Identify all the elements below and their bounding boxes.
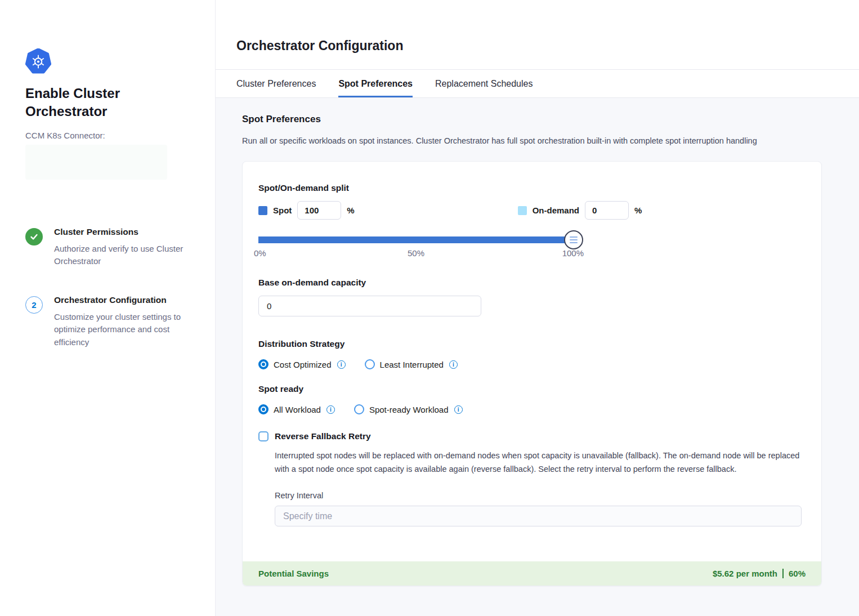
split-slider: 0% 50% 100% [258, 236, 574, 258]
split-label: Spot/On-demand split [258, 183, 806, 193]
radio-unselected-icon[interactable] [365, 359, 375, 369]
retry-interval-label: Retry Interval [275, 491, 806, 500]
radio-selected-icon[interactable] [258, 359, 269, 369]
base-capacity-block: Base on-demand capacity [258, 278, 806, 316]
base-capacity-input[interactable] [258, 296, 481, 316]
wizard-title: Enable Cluster Orchestrator [25, 84, 155, 120]
tab-replacement-schedules[interactable]: Replacement Schedules [435, 70, 533, 97]
tick-100: 100% [562, 248, 584, 258]
info-icon[interactable]: i [449, 360, 458, 369]
radio-option-least-interrupted[interactable]: Least Interrupted i [365, 359, 458, 369]
step-description: Authorize and verify to use Cluster Orch… [54, 243, 186, 268]
slider-fill [258, 236, 574, 243]
retry-interval-block: Retry Interval [275, 491, 806, 526]
tick-50: 50% [408, 248, 424, 258]
ondemand-percent-input[interactable] [585, 201, 629, 220]
tab-spot-preferences[interactable]: Spot Preferences [338, 70, 413, 97]
slider-track[interactable] [258, 236, 574, 243]
spot-percent-input[interactable] [297, 201, 341, 220]
spot-label: Spot [273, 206, 292, 215]
ondemand-color-swatch [518, 206, 527, 215]
page-header: Orchestrator Configuration [216, 0, 859, 70]
radio-selected-icon[interactable] [258, 404, 269, 414]
reverse-fallback-checkbox[interactable] [258, 431, 269, 441]
savings-amount: $5.62 per month [713, 569, 777, 578]
page-title: Orchestrator Configuration [236, 38, 859, 53]
spot-ready-block: Spot ready All Workload i Spot-ready Wor… [258, 384, 806, 414]
tab-content: Spot Preferences Run all or specific wor… [216, 98, 859, 616]
tab-bar: Cluster Preferences Spot Preferences Rep… [216, 70, 859, 98]
ondemand-percent-unit: % [634, 206, 642, 215]
sidebar: Enable Cluster Orchestrator CCM K8s Conn… [0, 0, 216, 616]
cluster-orchestrator-page: Enable Cluster Orchestrator CCM K8s Conn… [0, 0, 859, 616]
section-description: Run all or specific workloads on spot in… [242, 136, 839, 145]
distribution-strategy-label: Distribution Strategy [258, 339, 806, 349]
ondemand-split-group: On-demand % [518, 201, 642, 220]
tick-0: 0% [254, 248, 266, 258]
savings-percent: 60% [789, 569, 806, 578]
split-controls: Spot % On-demand % [258, 201, 806, 220]
connector-label: CCM K8s Connector: [25, 131, 193, 140]
main-panel: Orchestrator Configuration Cluster Prefe… [216, 0, 859, 616]
potential-savings-label: Potential Savings [258, 569, 329, 578]
retry-interval-input[interactable] [275, 506, 802, 526]
step-orchestrator-configuration[interactable]: 2 Orchestrator Configuration Customize y… [25, 295, 193, 349]
distribution-strategy-block: Distribution Strategy Cost Optimized i L… [258, 339, 806, 369]
potential-savings-bar: Potential Savings $5.62 per month 60% [243, 561, 821, 586]
reverse-fallback-description: Interrupted spot nodes will be replaced … [275, 449, 801, 476]
step-number-icon: 2 [25, 296, 43, 314]
step-cluster-permissions[interactable]: Cluster Permissions Authorize and verify… [25, 227, 193, 268]
reverse-fallback-block: Reverse Fallback Retry Interrupted spot … [258, 431, 806, 526]
reverse-fallback-label: Reverse Fallback Retry [275, 431, 371, 441]
wizard-steps: Cluster Permissions Authorize and verify… [25, 227, 193, 349]
info-icon[interactable]: i [454, 405, 463, 414]
slider-handle[interactable] [564, 230, 583, 249]
spot-ready-label: Spot ready [258, 384, 806, 394]
base-capacity-label: Base on-demand capacity [258, 278, 806, 288]
connector-value-placeholder [25, 145, 167, 180]
radio-option-spot-ready-workload[interactable]: Spot-ready Workload i [354, 404, 463, 414]
step-title: Cluster Permissions [54, 227, 186, 237]
step-title: Orchestrator Configuration [54, 295, 186, 305]
info-icon[interactable]: i [337, 360, 346, 369]
section-title: Spot Preferences [242, 114, 859, 125]
spot-split-group: Spot % [258, 201, 355, 220]
radio-option-cost-optimized[interactable]: Cost Optimized i [258, 359, 346, 369]
kubernetes-icon [25, 48, 51, 74]
spot-percent-unit: % [347, 206, 354, 215]
step-description: Customize your cluster settings to optim… [54, 311, 186, 349]
ondemand-label: On-demand [533, 206, 579, 215]
slider-ticks: 0% 50% 100% [258, 248, 574, 258]
info-icon[interactable]: i [326, 405, 335, 414]
spot-color-swatch [258, 206, 267, 215]
step-complete-check-icon [25, 228, 43, 245]
radio-unselected-icon[interactable] [354, 404, 364, 414]
radio-option-all-workload[interactable]: All Workload i [258, 404, 335, 414]
tab-cluster-preferences[interactable]: Cluster Preferences [236, 70, 316, 97]
spot-preferences-card: Spot/On-demand split Spot % On-demand [242, 161, 822, 586]
savings-separator [782, 569, 784, 578]
